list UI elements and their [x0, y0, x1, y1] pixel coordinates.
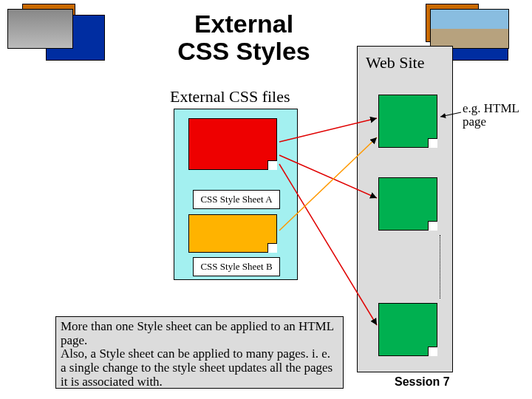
html-page-1-icon [378, 95, 437, 148]
stylesheet-b-label: CSS Style Sheet B [193, 257, 280, 276]
ellipsis-dotted-line [440, 235, 440, 299]
stylesheet-a-icon [188, 118, 277, 170]
header-photo-right [430, 9, 509, 49]
html-page-2-icon [378, 177, 437, 231]
session-label: Session 7 [395, 375, 450, 389]
page-title: External CSS Styles [170, 10, 318, 66]
eg-html-label: e.g. HTML page [463, 102, 532, 129]
website-label: Web Site [366, 53, 425, 72]
stylesheet-b-icon [188, 214, 277, 253]
html-page-3-icon [378, 303, 437, 356]
header-photo-left [7, 9, 73, 49]
note-box: More than one Style sheet can be applied… [55, 316, 344, 389]
stylesheet-a-label: CSS Style Sheet A [193, 190, 280, 209]
subtitle: External CSS files [170, 87, 290, 106]
